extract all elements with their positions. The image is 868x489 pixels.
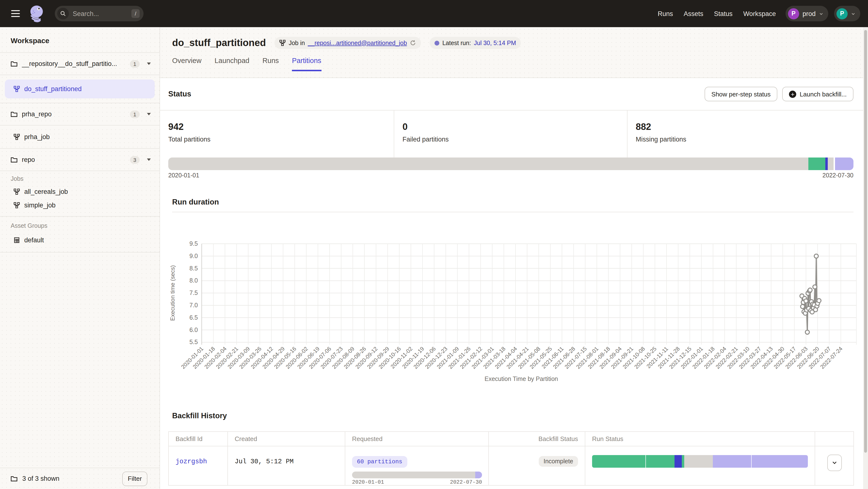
table-header-row: Backfill IdCreatedRequestedBackfill Stat…	[168, 431, 854, 446]
caret-down-icon[interactable]	[147, 159, 151, 161]
sidebar-repo-label: prha_repo	[22, 110, 126, 118]
y-axis-title: Execution time (secs)	[169, 265, 176, 321]
expand-row-button[interactable]	[827, 455, 842, 471]
top-nav-link-workspace[interactable]: Workspace	[743, 10, 776, 17]
search-icon	[57, 8, 69, 20]
data-point-marker	[804, 299, 808, 303]
repos-shown-count: 3 of 3 shown	[22, 475, 59, 482]
folder-icon	[11, 111, 18, 117]
bar-segment	[674, 455, 682, 468]
dagster-logo-icon[interactable]	[28, 4, 46, 23]
backfill-created: Jul 30, 5:12 PM	[235, 458, 293, 465]
column-header-run-status: Run Status	[585, 431, 815, 446]
run-duration-line	[802, 256, 819, 332]
requested-range-end: 2022-07-30	[450, 479, 482, 485]
run-status-bar[interactable]	[592, 455, 808, 468]
page-header: do_stuff_partitioned Job in __reposi...a…	[160, 27, 868, 78]
reload-icon[interactable]	[410, 40, 416, 46]
count-label: Failed partitions	[402, 136, 627, 143]
divider	[0, 216, 159, 217]
partition-count: 0Failed partitions	[394, 110, 627, 158]
status-heading: Status	[168, 90, 191, 98]
asset-group-label: default	[24, 236, 44, 243]
bar-segment	[592, 455, 646, 468]
caret-down-icon[interactable]	[147, 63, 151, 65]
chevron-down-icon	[831, 460, 837, 466]
sidebar-item-all_cereals_job[interactable]: all_cereals_job	[0, 185, 159, 198]
run-duration-chart: 9.59.08.58.07.57.06.56.05.52020-01-01202…	[160, 219, 868, 390]
requested-range-start: 2020-01-01	[352, 479, 384, 485]
caret-down-icon[interactable]	[147, 113, 151, 115]
top-nav-link-status[interactable]: Status	[714, 10, 733, 17]
backfill-history-table: Backfill IdCreatedRequestedBackfill Stat…	[168, 431, 854, 486]
y-tick-label: 5.5	[189, 338, 198, 345]
partition-range-start: 2020-01-01	[168, 172, 199, 179]
sidebar-item-prha_job[interactable]: prha_job	[0, 126, 159, 148]
launch-backfill-button[interactable]: + Launch backfill...	[782, 87, 854, 101]
job-icon	[13, 86, 20, 92]
bar-segment	[168, 158, 809, 170]
sidebar-job-label: do_stuff_partitioned	[24, 85, 82, 93]
user-menu[interactable]: P	[834, 6, 860, 21]
top-navigation-bar: Search... / RunsAssetsStatusWorkspace P …	[0, 0, 868, 27]
sidebar-entries: __repository__do_stuff_partitio...1do_st…	[0, 52, 159, 171]
hamburger-menu-icon[interactable]	[11, 10, 20, 17]
bar-segment	[828, 158, 834, 170]
job-icon	[13, 202, 20, 208]
table-row: jozrgsbh Jul 30, 5:12 PM 60 partitions 2…	[168, 446, 854, 485]
sidebar-footer: 3 of 3 shown Filter	[0, 468, 159, 489]
sidebar-repo-row[interactable]: repo3	[0, 148, 159, 171]
sidebar-item-simple_job[interactable]: simple_job	[0, 198, 159, 212]
repo-count-badge: 3	[130, 156, 140, 164]
page-title: do_stuff_partitioned	[172, 37, 266, 48]
sidebar-item-do_stuff_partitioned[interactable]: do_stuff_partitioned	[5, 79, 155, 98]
folder-icon	[11, 61, 18, 67]
requested-partitions-chip[interactable]: 60 partitions	[352, 456, 407, 468]
latest-run-link[interactable]: Jul 30, 5:14 PM	[474, 39, 516, 46]
y-tick-label: 6.0	[189, 326, 198, 333]
latest-run-label: Latest run:	[442, 39, 471, 46]
filter-button[interactable]: Filter	[122, 471, 147, 486]
sidebar-repo-row[interactable]: prha_repo1	[0, 103, 159, 126]
search-placeholder: Search...	[73, 10, 131, 17]
column-header-created: Created	[228, 431, 345, 446]
search-input[interactable]: Search... /	[55, 6, 144, 21]
deployment-switcher[interactable]: P prod	[785, 6, 828, 21]
top-nav-link-runs[interactable]: Runs	[658, 10, 673, 17]
partition-range-end: 2022-07-30	[823, 172, 854, 179]
sidebar-repo-row[interactable]: __repository__do_stuff_partitio...1	[0, 52, 159, 75]
run-duration-heading: Run duration	[172, 198, 854, 212]
sidebar-job-area: do_stuff_partitioned	[0, 75, 159, 103]
show-per-step-status-button[interactable]: Show per-step status	[705, 87, 777, 101]
repository-link[interactable]: __reposi...artitioned@partitioned_job	[308, 39, 407, 46]
data-point-marker	[814, 254, 818, 258]
tab-partitions[interactable]: Partitions	[292, 57, 321, 71]
y-tick-label: 8.0	[189, 277, 198, 284]
user-avatar: P	[836, 8, 848, 19]
top-nav-link-assets[interactable]: Assets	[684, 10, 703, 17]
y-tick-label: 9.0	[189, 253, 198, 259]
bar-segment	[835, 158, 854, 170]
scrollbar-thumb[interactable]	[864, 30, 867, 453]
count-value: 882	[636, 122, 868, 132]
jobs-list: all_cereals_jobsimple_job	[0, 185, 159, 212]
tab-runs[interactable]: Runs	[262, 57, 279, 71]
column-header-backfill-status: Backfill Status	[489, 431, 585, 446]
backfill-id-link[interactable]: jozrgsbh	[176, 458, 207, 465]
tab-launchpad[interactable]: Launchpad	[215, 57, 249, 71]
folder-icon	[11, 476, 18, 482]
sidebar-job-label: prha_job	[24, 133, 50, 140]
chevron-down-icon	[819, 11, 824, 16]
x-axis-title: Execution Time by Partition	[485, 376, 558, 382]
job-item-label: simple_job	[24, 201, 56, 209]
scrollbar-track[interactable]	[863, 27, 868, 489]
bar-segment	[682, 455, 684, 468]
status-section-header: Status Show per-step status + Launch bac…	[160, 78, 868, 110]
bar-segment	[352, 471, 475, 478]
tab-overview[interactable]: Overview	[172, 57, 202, 71]
job-in-label: Job in	[289, 39, 305, 46]
sidebar-item-default[interactable]: default	[0, 233, 159, 247]
partition-status-bar[interactable]	[168, 158, 854, 170]
partition-count: 882Missing partitions	[627, 110, 868, 158]
column-header-requested: Requested	[345, 431, 489, 446]
